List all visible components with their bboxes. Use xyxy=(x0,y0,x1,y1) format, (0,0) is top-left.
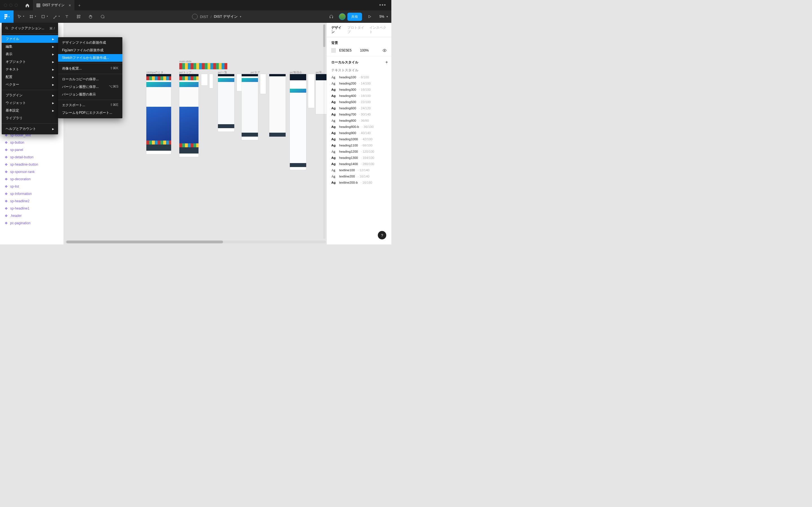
menu-item[interactable]: ファイル▶ xyxy=(2,35,58,43)
new-tab-button[interactable]: + xyxy=(74,3,85,8)
home-button[interactable] xyxy=(22,0,33,10)
submenu-item[interactable]: 画像を配置...⇧⌘K xyxy=(58,65,122,72)
text-style-row[interactable]: Agheading900 · 40/140 xyxy=(327,130,391,136)
frame-aux-1[interactable] xyxy=(201,74,207,86)
text-style-row[interactable]: Agheading1100 · 68/100 xyxy=(327,142,391,149)
layer-row[interactable]: sp-Information xyxy=(0,190,63,198)
audio-button[interactable] xyxy=(325,10,337,23)
frame-tool[interactable]: ▾ xyxy=(26,10,37,23)
menu-item[interactable]: ベクター▶ xyxy=(2,81,58,89)
menu-item[interactable]: 編集▶ xyxy=(2,43,58,50)
close-tab-icon[interactable]: × xyxy=(68,3,71,8)
menu-item[interactable]: 基本設定▶ xyxy=(2,107,58,114)
main-menu-button[interactable]: ▾ xyxy=(0,10,13,23)
tab-inspect[interactable]: インスペクト xyxy=(369,25,387,34)
frame-1920px[interactable] xyxy=(146,74,171,154)
comment-tool[interactable] xyxy=(96,10,108,23)
text-style-row[interactable]: Agheading500 · 22/100 xyxy=(327,99,391,105)
frame-pc-about[interactable] xyxy=(316,74,327,114)
submenu-item[interactable]: バージョン履歴に保存...⌥⌘S xyxy=(58,83,122,91)
user-avatar[interactable] xyxy=(339,13,346,20)
bg-opacity-value[interactable]: 100% xyxy=(360,48,369,52)
layer-row[interactable]: sp-panel xyxy=(0,146,63,154)
text-style-row[interactable]: Agheading1400 · 280/100 xyxy=(327,161,391,167)
text-tool[interactable] xyxy=(61,10,73,23)
menu-item[interactable]: 表示▶ xyxy=(2,50,58,58)
share-button[interactable]: 共有 xyxy=(347,13,362,21)
minimize-window-icon[interactable] xyxy=(9,4,12,7)
submenu-item[interactable]: デザインファイルの新規作成 xyxy=(58,39,122,47)
frame-label[interactable]: main-slide xyxy=(179,60,192,63)
text-style-row[interactable]: Agheading800-b · 36/100 xyxy=(327,124,391,130)
text-style-row[interactable]: Agtextline200 · 16/140 xyxy=(327,173,391,179)
frame-aux-2[interactable] xyxy=(209,74,213,88)
layer-row[interactable]: .header xyxy=(0,212,63,219)
text-style-row[interactable]: Agtextline100 · 12/140 xyxy=(327,167,391,173)
layer-row[interactable]: sp-sponsor-rank xyxy=(0,168,63,175)
submenu-item[interactable]: バージョン履歴の表示 xyxy=(58,91,122,98)
text-style-row[interactable]: Agheading800 · 36/80 xyxy=(327,117,391,124)
text-style-row[interactable]: Agtextline200-b · 16/160 xyxy=(327,179,391,186)
menu-quick-actions[interactable]: クイックアクション... ⌘ / xyxy=(2,24,58,32)
layer-row[interactable]: sp-headline-button xyxy=(0,161,63,168)
text-style-row[interactable]: Agheading100 · 8/100 xyxy=(327,74,391,80)
submenu-item[interactable]: ローカルコピーの保存... xyxy=(58,75,122,83)
text-style-row[interactable]: Agheading400 · 18/100 xyxy=(327,93,391,99)
text-style-row[interactable]: Agheading600 · 24/120 xyxy=(327,105,391,111)
scrollbar-thumb[interactable] xyxy=(66,240,223,243)
hand-tool[interactable] xyxy=(85,10,96,23)
resources-tool[interactable] xyxy=(73,10,85,23)
menu-item[interactable]: ライブラリ xyxy=(2,114,58,122)
zoom-level[interactable]: 5% xyxy=(379,15,384,18)
document-tab[interactable]: DIST デザイン × xyxy=(33,0,74,10)
vertical-scrollbar[interactable] xyxy=(323,24,325,239)
scrollbar-thumb[interactable] xyxy=(323,24,325,47)
layer-row[interactable]: pc-pagination xyxy=(0,219,63,227)
submenu-item[interactable]: FigJamファイルの新規作成 xyxy=(58,47,122,54)
frame-aux-6[interactable] xyxy=(308,74,314,108)
file-name[interactable]: DIST デザイン xyxy=(214,14,238,19)
bg-color-swatch[interactable] xyxy=(331,48,336,53)
chevron-down-icon[interactable]: ▾ xyxy=(240,15,241,18)
submenu-item[interactable]: Sketchファイルから新規作成... xyxy=(58,54,122,62)
text-style-row[interactable]: Agheading300 · 16/100 xyxy=(327,87,391,93)
submenu-item[interactable]: フレームをPDFにエクスポート... xyxy=(58,109,122,117)
shape-tool[interactable]: ▾ xyxy=(37,10,49,23)
menu-item[interactable]: 配置▶ xyxy=(2,73,58,81)
chevron-down-icon[interactable]: ▾ xyxy=(387,15,388,18)
text-style-row[interactable]: Agheading1300 · 164/100 xyxy=(327,155,391,161)
present-button[interactable] xyxy=(364,10,375,23)
text-style-row[interactable]: Agheading700 · 30/140 xyxy=(327,111,391,117)
text-style-row[interactable]: Agheading1200 · 120/100 xyxy=(327,149,391,155)
menu-item[interactable]: テキスト▶ xyxy=(2,66,58,73)
layer-row[interactable]: sp-decoration xyxy=(0,175,63,183)
window-menu-icon[interactable]: ••• xyxy=(374,2,391,8)
eye-icon[interactable] xyxy=(382,48,387,53)
frame-pc-top[interactable] xyxy=(179,74,199,157)
text-style-row[interactable]: Agheading200 · 14/100 xyxy=(327,80,391,87)
team-link[interactable]: DIST xyxy=(192,14,208,19)
add-style-button[interactable]: + xyxy=(386,60,388,65)
help-button[interactable]: ? xyxy=(378,231,386,239)
frame-aux-5[interactable] xyxy=(269,74,286,136)
menu-item[interactable]: ウィジェット▶ xyxy=(2,99,58,107)
pen-tool[interactable]: ▾ xyxy=(49,10,61,23)
menu-item[interactable]: オブジェクト▶ xyxy=(2,58,58,66)
submenu-item[interactable]: エクスポート...⇧⌘E xyxy=(58,101,122,109)
layer-row[interactable]: sp-list xyxy=(0,183,63,190)
tab-prototype[interactable]: プロトタイプ xyxy=(347,25,365,34)
zoom-window-icon[interactable] xyxy=(15,4,18,7)
layer-row[interactable]: sp-button xyxy=(0,139,63,146)
text-style-row[interactable]: Agheading1000 · 42/100 xyxy=(327,136,391,142)
layer-row[interactable]: sp-detail-button xyxy=(0,154,63,161)
menu-item[interactable]: プラグイン▶ xyxy=(2,92,58,99)
menu-item-help[interactable]: ヘルプとアカウント ▶ xyxy=(2,125,58,133)
layer-row[interactable]: sp-headline1 xyxy=(0,205,63,212)
frame-pc-study[interactable] xyxy=(290,74,306,170)
frame-aux-4[interactable] xyxy=(260,74,266,94)
frame-main-slide[interactable] xyxy=(179,63,227,69)
tab-design[interactable]: デザイン xyxy=(331,25,343,34)
close-window-icon[interactable] xyxy=(4,4,7,7)
layer-row[interactable]: sp-headline2 xyxy=(0,198,63,205)
horizontal-scrollbar[interactable] xyxy=(65,240,326,243)
